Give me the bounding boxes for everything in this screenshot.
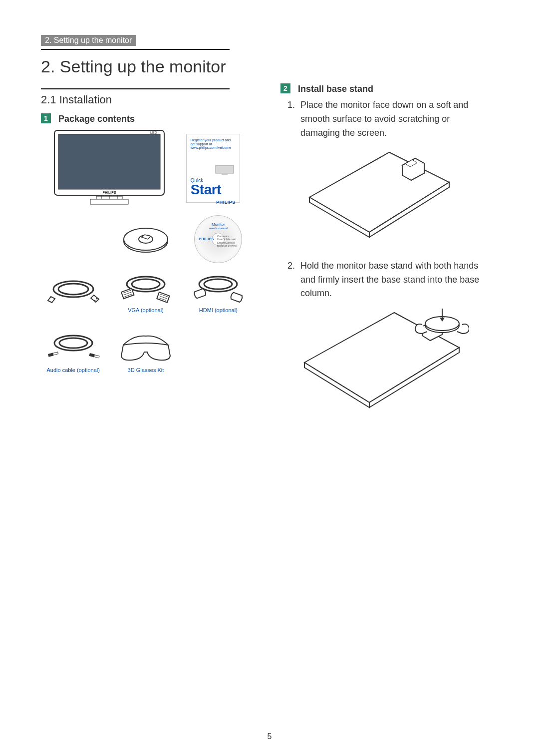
package-item-monitor: LED PHILIPS <box>41 128 178 208</box>
diagram-face-down <box>299 147 490 249</box>
package-item-vga-cable: VGA (optional) <box>113 270 178 313</box>
instruction-item: Place the monitor face down on a soft an… <box>297 98 490 140</box>
package-contents-grid: LED PHILIPS Register your product and ge… <box>41 128 251 373</box>
monitor-face-down-icon <box>299 147 459 247</box>
package-item-base <box>113 219 178 259</box>
cd-brand: PHILIPS <box>199 237 214 241</box>
cd-side-text: Contents: User's Manual SmartControl Mon… <box>217 235 237 248</box>
quickstart-register-text: Register your product and get support at <box>191 138 236 146</box>
svg-point-29 <box>204 279 232 289</box>
svg-point-17 <box>94 300 95 302</box>
svg-point-15 <box>58 284 88 295</box>
rule-top <box>41 49 230 50</box>
quickstart-monitor-mini-icon <box>215 164 235 175</box>
svg-rect-9 <box>216 165 234 173</box>
svg-rect-5 <box>90 199 128 204</box>
insert-base-icon <box>299 308 469 417</box>
svg-text:PHILIPS: PHILIPS <box>103 191 117 194</box>
step-2-heading: 2 Install base stand <box>280 83 490 94</box>
power-cable-icon <box>46 274 101 309</box>
svg-text:LED: LED <box>150 131 157 134</box>
svg-marker-36 <box>309 152 449 232</box>
step-number-badge: 2 <box>280 83 290 93</box>
cd-title: Monitor <box>195 223 242 227</box>
svg-rect-1 <box>58 134 160 189</box>
philips-logo: PHILIPS <box>191 200 236 205</box>
step-1-title: Package contents <box>58 114 135 124</box>
step-1-heading: 1 Package contents <box>41 113 251 124</box>
audio-cable-icon <box>46 330 101 365</box>
svg-rect-35 <box>94 355 99 358</box>
base-stand-icon <box>121 219 171 259</box>
svg-point-16 <box>96 298 97 300</box>
package-item-power-cable <box>41 274 105 309</box>
quickstart-url: www.philips.com/welcome <box>191 146 236 150</box>
svg-point-31 <box>59 338 87 348</box>
glasses-icon <box>118 330 173 365</box>
right-column: 2 Install base stand Place the monitor f… <box>280 83 490 429</box>
vga-cable-icon <box>118 270 173 305</box>
package-item-3d-glasses: 3D Glasses Kit <box>113 330 178 373</box>
svg-point-19 <box>132 279 160 289</box>
section-title: 2.1 Installation <box>41 88 230 113</box>
left-column: 2.1 Installation 1 Package contents LED … <box>41 83 251 429</box>
quickstart-start-label: Start <box>191 183 236 196</box>
diagram-insert-base <box>299 308 490 419</box>
step-number-badge: 1 <box>41 113 51 123</box>
cd-subtitle: user's manual <box>195 227 242 230</box>
package-item-quickstart: Register your product and get support at… <box>186 134 251 203</box>
instruction-item: Hold the monitor base stand with both ha… <box>297 259 490 301</box>
hdmi-cable-icon <box>191 270 246 305</box>
svg-rect-33 <box>53 352 58 355</box>
package-item-audio-cable: Audio cable (optional) <box>41 330 105 373</box>
running-header: 2. Setting up the monitor <box>41 35 136 46</box>
package-item-cd: Monitor user's manual PHILIPS Contents: … <box>186 215 251 263</box>
svg-rect-10 <box>222 173 228 175</box>
glasses-label: 3D Glasses Kit <box>113 367 178 373</box>
monitor-icon: LED PHILIPS <box>51 128 167 208</box>
quickstart-card: Register your product and get support at… <box>186 134 240 203</box>
install-instructions-list: Place the monitor face down on a soft an… <box>280 98 490 140</box>
chapter-title: 2. Setting up the monitor <box>41 54 230 83</box>
audio-label: Audio cable (optional) <box>41 367 105 373</box>
hdmi-label: HDMI (optional) <box>186 307 251 313</box>
package-item-hdmi-cable: HDMI (optional) <box>186 270 251 313</box>
step-2-title: Install base stand <box>298 84 373 94</box>
install-instructions-list-2: Hold the monitor base stand with both ha… <box>280 259 490 301</box>
vga-label: VGA (optional) <box>113 307 178 313</box>
cd-icon: Monitor user's manual PHILIPS Contents: … <box>194 215 242 263</box>
page-number: 5 <box>268 732 272 741</box>
